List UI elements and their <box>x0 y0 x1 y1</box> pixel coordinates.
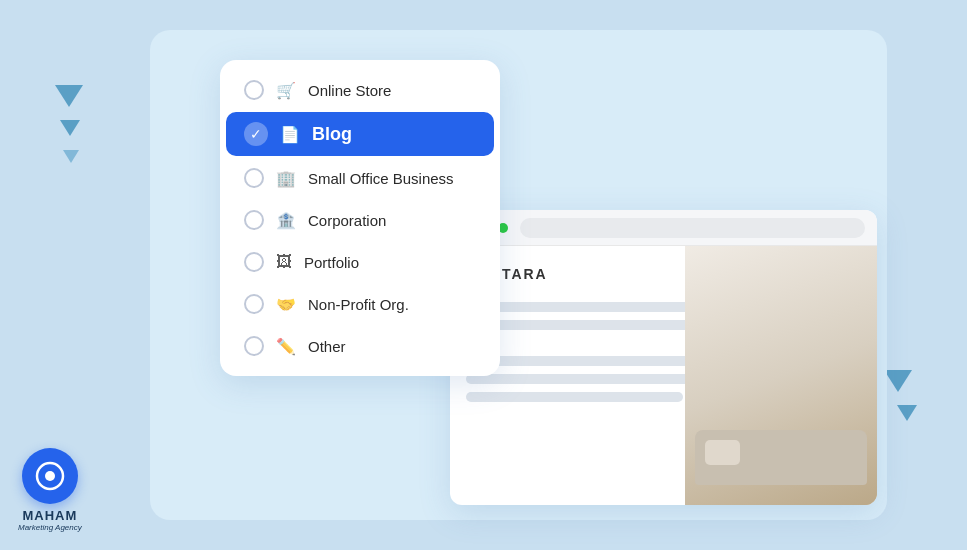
menu-item-corporation[interactable]: 🏦 Corporation <box>226 200 494 240</box>
radio-online-store <box>244 80 264 100</box>
menu-item-small-office[interactable]: 🏢 Small Office Business <box>226 158 494 198</box>
browser-toolbar <box>450 210 877 246</box>
maham-tagline: Marketing Agency <box>18 523 82 532</box>
itara-logo-text: ITARA <box>496 266 548 282</box>
content-line-5 <box>466 392 683 402</box>
radio-nonprofit <box>244 294 264 314</box>
decorative-triangle-3 <box>63 150 79 163</box>
corporation-icon: 🏦 <box>276 211 296 230</box>
portfolio-icon: 🖼 <box>276 253 292 271</box>
label-portfolio: Portfolio <box>304 254 359 271</box>
menu-item-nonprofit[interactable]: 🤝 Non-Profit Org. <box>226 284 494 324</box>
blog-icon: 📄 <box>280 125 300 144</box>
svg-point-8 <box>45 471 55 481</box>
maham-brand-text: MAHAM Marketing Agency <box>18 508 82 532</box>
cart-icon: 🛒 <box>276 81 296 100</box>
radio-other <box>244 336 264 356</box>
menu-item-blog[interactable]: ✓ 📄 Blog <box>226 112 494 156</box>
radio-small-office <box>244 168 264 188</box>
office-icon: 🏢 <box>276 169 296 188</box>
decorative-triangle-4 <box>884 370 912 392</box>
decorative-triangle-5 <box>897 405 917 421</box>
other-icon: ✏️ <box>276 337 296 356</box>
maham-logo-svg <box>34 460 66 492</box>
nonprofit-icon: 🤝 <box>276 295 296 314</box>
check-icon: ✓ <box>244 122 268 146</box>
maham-name: MAHAM <box>18 508 82 523</box>
maham-logo: MAHAM Marketing Agency <box>18 448 82 532</box>
menu-item-online-store[interactable]: 🛒 Online Store <box>226 70 494 110</box>
radio-corporation <box>244 210 264 230</box>
label-online-store: Online Store <box>308 82 391 99</box>
room-cushion <box>705 440 740 465</box>
browser-room-image <box>685 246 877 505</box>
menu-card: 🛒 Online Store ✓ 📄 Blog 🏢 Small Office B… <box>220 60 500 376</box>
label-other: Other <box>308 338 346 355</box>
browser-mockup: ◆ ITARA <box>450 210 877 505</box>
maham-logo-circle <box>22 448 78 504</box>
menu-item-other[interactable]: ✏️ Other <box>226 326 494 366</box>
room-visual <box>685 246 877 505</box>
decorative-triangle-2 <box>60 120 80 136</box>
radio-portfolio <box>244 252 264 272</box>
decorative-triangle-1 <box>55 85 83 107</box>
label-nonprofit: Non-Profit Org. <box>308 296 409 313</box>
browser-url-bar <box>520 218 865 238</box>
label-blog: Blog <box>312 124 352 145</box>
menu-item-portfolio[interactable]: 🖼 Portfolio <box>226 242 494 282</box>
label-small-office: Small Office Business <box>308 170 454 187</box>
label-corporation: Corporation <box>308 212 386 229</box>
